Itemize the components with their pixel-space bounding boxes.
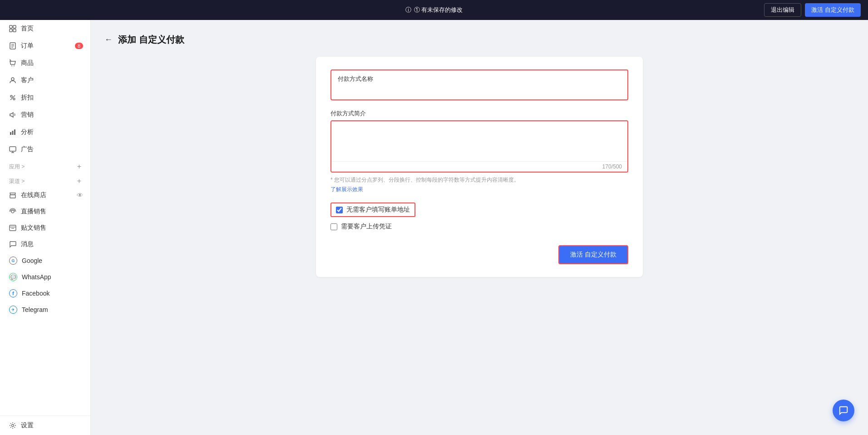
svg-point-11 [10, 95, 12, 97]
svg-point-10 [11, 78, 14, 80]
back-button[interactable]: ← [104, 35, 113, 44]
apps-section[interactable]: 应用 > + [0, 158, 90, 173]
megaphone-icon [9, 111, 16, 119]
apps-section-label: 应用 > [9, 163, 25, 171]
apps-add-button[interactable]: + [77, 163, 81, 171]
top-bar-title: ⓘ ① 有未保存的修改 [405, 6, 463, 14]
page-header: ← 添加 自定义付款 [104, 34, 854, 46]
activate-custom-payment-top-button[interactable]: 激活 自定义付款 [805, 3, 861, 17]
payment-name-group: 付款方式名称 [330, 69, 628, 100]
payment-name-label: 付款方式名称 [338, 75, 621, 83]
sidebar: 首页 订单 8 商品 [0, 20, 91, 435]
chat-support-button[interactable] [833, 400, 854, 421]
svg-point-8 [11, 65, 12, 66]
sidebar-item-post-sales[interactable]: 贴文销售 [0, 220, 90, 236]
svg-point-25 [12, 425, 14, 427]
form-actions: 激活 自定义付款 [330, 245, 628, 264]
payment-desc-textarea[interactable] [331, 121, 627, 159]
payment-name-label-area: 付款方式名称 [331, 70, 627, 85]
unsaved-changes-label: ① 有未保存的修改 [414, 6, 463, 14]
sidebar-item-live-sales-label: 直播销售 [21, 208, 46, 216]
checkbox-upload-voucher-label: 需要客户上传凭证 [341, 222, 392, 231]
chart-icon [9, 129, 16, 136]
svg-rect-16 [14, 129, 15, 135]
checkbox-no-billing-label: 无需客户填写账单地址 [346, 206, 410, 214]
sidebar-item-orders[interactable]: 订单 8 [0, 37, 90, 54]
sidebar-item-google-label: Google [22, 257, 42, 264]
sidebar-item-discounts[interactable]: 折扣 [0, 89, 90, 106]
sidebar-item-analytics-label: 分析 [21, 128, 34, 136]
user-icon [9, 77, 16, 84]
sidebar-item-telegram[interactable]: ✈ Telegram [0, 302, 90, 318]
sidebar-item-whatsapp[interactable]: 💬 WhatsApp [0, 269, 90, 285]
sidebar-item-products[interactable]: 商品 [0, 54, 90, 72]
svg-rect-17 [10, 147, 16, 151]
sidebar-item-marketing[interactable]: 营销 [0, 106, 90, 124]
grid-icon [9, 25, 16, 32]
form-card: 付款方式名称 付款方式简介 170/500 * 您可以通过分点罗列、分段换行、控… [316, 57, 643, 277]
sidebar-item-google[interactable]: G Google [0, 252, 90, 269]
sidebar-item-home-label: 首页 [21, 25, 34, 33]
sidebar-item-online-store-label: 在线商店 [21, 191, 46, 199]
desc-hint-text: * 您可以通过分点罗列、分段换行、控制每段的字符数等方式提升内容清晰度。 [330, 176, 628, 184]
channels-section[interactable]: 渠道 > + [0, 173, 90, 187]
sidebar-item-products-label: 商品 [21, 59, 34, 67]
activate-custom-payment-button[interactable]: 激活 自定义付款 [558, 245, 628, 264]
channels-add-button[interactable]: + [77, 177, 81, 185]
svg-rect-3 [13, 29, 16, 32]
sidebar-item-telegram-label: Telegram [22, 306, 48, 313]
sidebar-item-live-sales[interactable]: 直播销售 [0, 203, 90, 220]
info-icon: ⓘ [405, 6, 411, 14]
checkbox-no-billing-wrapper: 无需客户填写账单地址 [330, 203, 415, 217]
sidebar-item-facebook[interactable]: f Facebook [0, 285, 90, 302]
checkbox-no-billing-item: 无需客户填写账单地址 [330, 203, 628, 217]
sidebar-item-home[interactable]: 首页 [0, 20, 90, 37]
sidebar-item-settings[interactable]: 设置 [0, 415, 90, 435]
sidebar-item-ads-label: 广告 [21, 145, 34, 153]
whatsapp-icon: 💬 [9, 273, 17, 281]
channels-section-label: 渠道 > [9, 178, 25, 185]
monitor-icon [9, 146, 16, 153]
payment-desc-wrapper: 170/500 [330, 120, 628, 173]
svg-rect-22 [10, 225, 16, 231]
orders-badge: 8 [75, 43, 83, 49]
svg-point-21 [11, 210, 14, 213]
svg-point-9 [14, 65, 15, 66]
content-area: ← 添加 自定义付款 付款方式名称 付款方式简介 [91, 20, 868, 435]
learn-display-effect-link[interactable]: 了解展示效果 [330, 186, 363, 193]
payment-desc-label: 付款方式简介 [330, 109, 628, 118]
svg-point-12 [13, 98, 15, 100]
sidebar-item-analytics[interactable]: 分析 [0, 124, 90, 141]
exit-edit-button[interactable]: 退出编辑 [764, 3, 801, 17]
sidebar-item-online-store[interactable]: 在线商店 👁 [0, 187, 90, 203]
facebook-icon: f [9, 289, 17, 297]
payment-name-input[interactable] [338, 87, 621, 94]
sidebar-item-orders-label: 订单 [21, 42, 34, 50]
svg-rect-1 [13, 25, 16, 28]
char-count: 170/500 [602, 163, 622, 170]
sidebar-item-messages[interactable]: 消息 [0, 236, 90, 252]
sidebar-item-customers[interactable]: 客户 [0, 72, 90, 89]
google-icon: G [9, 257, 17, 265]
main-layout: 首页 订单 8 商品 [0, 20, 868, 435]
sidebar-item-ads[interactable]: 广告 [0, 141, 90, 158]
checkbox-upload-voucher[interactable] [330, 223, 337, 230]
top-bar-actions: 退出编辑 激活 自定义付款 [764, 3, 861, 17]
sidebar-item-discounts-label: 折扣 [21, 94, 34, 102]
checkbox-upload-voucher-item: 需要客户上传凭证 [330, 222, 628, 231]
gear-icon [9, 422, 16, 429]
svg-rect-20 [10, 195, 15, 198]
svg-rect-0 [10, 25, 12, 28]
payment-desc-group: 付款方式简介 170/500 * 您可以通过分点罗列、分段换行、控制每段的字符数… [330, 109, 628, 193]
svg-rect-14 [10, 132, 11, 135]
live-icon [9, 208, 16, 215]
sidebar-item-whatsapp-label: WhatsApp [22, 273, 51, 281]
checkbox-no-billing[interactable] [336, 207, 343, 213]
sidebar-item-facebook-label: Facebook [22, 290, 49, 297]
page-title: 添加 自定义付款 [118, 34, 184, 46]
checkbox-group: 无需客户填写账单地址 需要客户上传凭证 [330, 203, 628, 231]
telegram-icon: ✈ [9, 306, 17, 314]
sidebar-item-marketing-label: 营销 [21, 111, 34, 119]
payment-name-input-area [331, 85, 627, 99]
post-icon [9, 224, 16, 232]
